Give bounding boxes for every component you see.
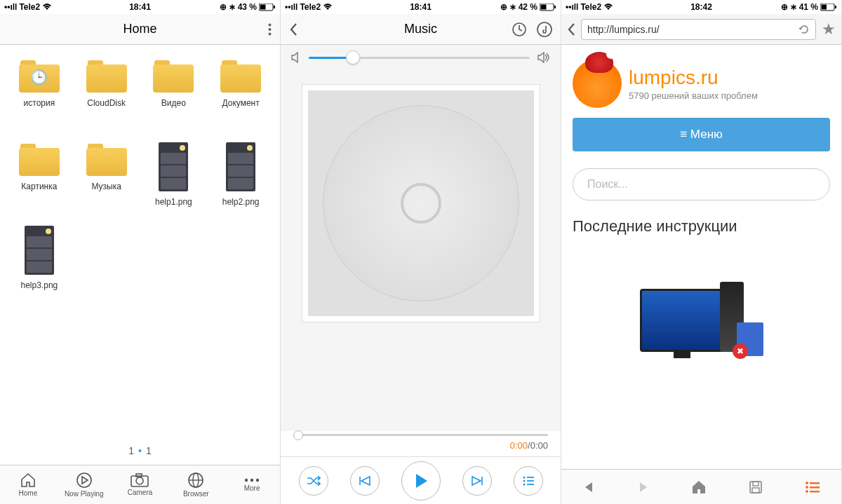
battery-label: 41 % bbox=[799, 2, 818, 12]
svg-point-8 bbox=[136, 477, 143, 484]
svg-point-35 bbox=[806, 486, 808, 489]
nav-home-button[interactable] bbox=[691, 480, 707, 494]
bluetooth-icon: ∗ bbox=[229, 2, 236, 12]
time-total: /0:00 bbox=[528, 440, 548, 451]
more-icon[interactable] bbox=[268, 23, 272, 36]
volume-row bbox=[281, 45, 561, 70]
svg-rect-38 bbox=[810, 491, 820, 493]
svg-point-6 bbox=[77, 473, 91, 487]
file-help3[interactable]: help3.png bbox=[7, 226, 72, 306]
files-grid: 🕒 история CloudDisk Видео Документ Карти… bbox=[0, 45, 280, 441]
music-screen: ••ıll Tele2 18:41 ⊕ ∗ 42 % Music bbox=[281, 0, 561, 504]
menu-list-button[interactable] bbox=[805, 482, 820, 493]
section-heading: Последние инструкции bbox=[573, 217, 830, 236]
save-button[interactable] bbox=[749, 480, 763, 494]
volume-slider[interactable] bbox=[309, 57, 530, 59]
svg-rect-28 bbox=[822, 4, 827, 9]
tab-home[interactable]: Home bbox=[0, 465, 56, 504]
folder-picture[interactable]: Картинка bbox=[7, 142, 72, 223]
time-current: 0:00 bbox=[510, 440, 528, 451]
status-bar: ••ıll Tele2 18:41 ⊕ ∗ 43 % bbox=[0, 0, 280, 14]
tab-browser[interactable]: Browser bbox=[168, 465, 224, 504]
tab-bar: Home Now Playing Camera Browser More bbox=[0, 465, 280, 504]
svg-point-4 bbox=[269, 28, 272, 31]
player-controls bbox=[281, 456, 561, 504]
carrier-label: Tele2 bbox=[300, 2, 321, 12]
volume-max-icon[interactable] bbox=[537, 52, 551, 63]
svg-rect-2 bbox=[274, 6, 275, 8]
folder-clouddisk[interactable]: CloudDisk bbox=[74, 59, 139, 139]
folder-video[interactable]: Видео bbox=[142, 59, 206, 139]
signal-icon: ••ıll bbox=[566, 2, 578, 12]
folder-document[interactable]: Документ bbox=[208, 59, 273, 139]
refresh-icon[interactable] bbox=[798, 24, 810, 35]
nav-forward-button[interactable] bbox=[637, 481, 650, 493]
battery-icon bbox=[259, 4, 276, 11]
volume-mute-icon[interactable] bbox=[290, 52, 302, 63]
folder-history[interactable]: 🕒 история bbox=[7, 59, 72, 139]
address-bar: http://lumpics.ru/ ★ bbox=[561, 14, 841, 45]
site-name: lumpics.ru bbox=[629, 67, 758, 89]
menu-button[interactable]: ≡ Меню bbox=[573, 118, 830, 151]
svg-point-5 bbox=[269, 33, 272, 36]
nav-back-button[interactable] bbox=[582, 481, 595, 493]
battery-label: 43 % bbox=[238, 2, 257, 12]
playlist-button[interactable] bbox=[514, 466, 543, 496]
article-image[interactable] bbox=[573, 247, 830, 352]
tab-now-playing[interactable]: Now Playing bbox=[56, 465, 112, 504]
site-subtitle: 5790 решений ваших проблем bbox=[629, 90, 758, 101]
play-button[interactable] bbox=[401, 461, 441, 500]
bookmark-icon[interactable]: ★ bbox=[822, 20, 836, 39]
svg-rect-31 bbox=[753, 482, 759, 486]
battery-label: 42 % bbox=[519, 2, 537, 12]
svg-point-21 bbox=[523, 476, 525, 478]
music-note-icon[interactable] bbox=[537, 22, 552, 37]
alarm-icon: ⊕ bbox=[781, 2, 788, 12]
search-input[interactable]: Поиск... bbox=[573, 168, 830, 200]
progress-slider[interactable] bbox=[293, 434, 548, 436]
signal-icon: ••ıll bbox=[285, 2, 298, 12]
svg-point-23 bbox=[523, 479, 525, 482]
tab-camera[interactable]: Camera bbox=[112, 465, 168, 504]
bluetooth-icon: ∗ bbox=[509, 2, 516, 12]
svg-point-14 bbox=[250, 479, 253, 482]
battery-icon bbox=[820, 4, 837, 11]
alarm-icon: ⊕ bbox=[220, 2, 227, 12]
files-screen: ••ıll Tele2 18:41 ⊕ ∗ 43 % Home 🕒 истори… bbox=[0, 0, 281, 504]
tab-more[interactable]: More bbox=[224, 465, 280, 504]
back-button[interactable] bbox=[567, 22, 575, 36]
back-button[interactable] bbox=[289, 22, 298, 36]
page-title: Home bbox=[123, 22, 156, 36]
file-help2[interactable]: help2.png bbox=[208, 142, 273, 223]
svg-rect-1 bbox=[260, 4, 266, 9]
history-icon[interactable] bbox=[512, 22, 527, 37]
svg-rect-32 bbox=[752, 488, 759, 493]
next-button[interactable] bbox=[462, 466, 492, 496]
page-title: Music bbox=[404, 22, 437, 36]
browser-toolbar bbox=[561, 469, 841, 504]
prev-button[interactable] bbox=[350, 466, 380, 496]
wifi-icon bbox=[603, 4, 613, 11]
web-content: lumpics.ru 5790 решений ваших проблем ≡ … bbox=[561, 45, 841, 469]
wifi-icon bbox=[42, 4, 52, 11]
wifi-icon bbox=[323, 4, 333, 11]
alarm-icon: ⊕ bbox=[500, 2, 507, 12]
battery-icon bbox=[540, 4, 556, 11]
shuffle-button[interactable] bbox=[299, 466, 328, 496]
site-logo bbox=[573, 59, 622, 108]
folder-music[interactable]: Музыка bbox=[74, 142, 139, 223]
file-help1[interactable]: help1.png bbox=[142, 142, 206, 223]
url-field[interactable]: http://lumpics.ru/ bbox=[581, 19, 816, 40]
svg-point-3 bbox=[269, 24, 272, 27]
clock-icon: 🕒 bbox=[30, 69, 48, 86]
bluetooth-icon: ∗ bbox=[790, 2, 797, 12]
svg-rect-34 bbox=[810, 482, 820, 484]
svg-point-20 bbox=[537, 22, 552, 36]
progress-row bbox=[281, 431, 561, 440]
browser-screen: ••ıll Tele2 18:42 ⊕ ∗ 41 % http://lumpic… bbox=[561, 0, 842, 504]
svg-point-15 bbox=[256, 479, 259, 482]
carrier-label: Tele2 bbox=[580, 2, 601, 12]
album-art-area bbox=[281, 70, 561, 431]
svg-point-25 bbox=[523, 483, 525, 485]
signal-icon: ••ıll bbox=[4, 2, 17, 12]
